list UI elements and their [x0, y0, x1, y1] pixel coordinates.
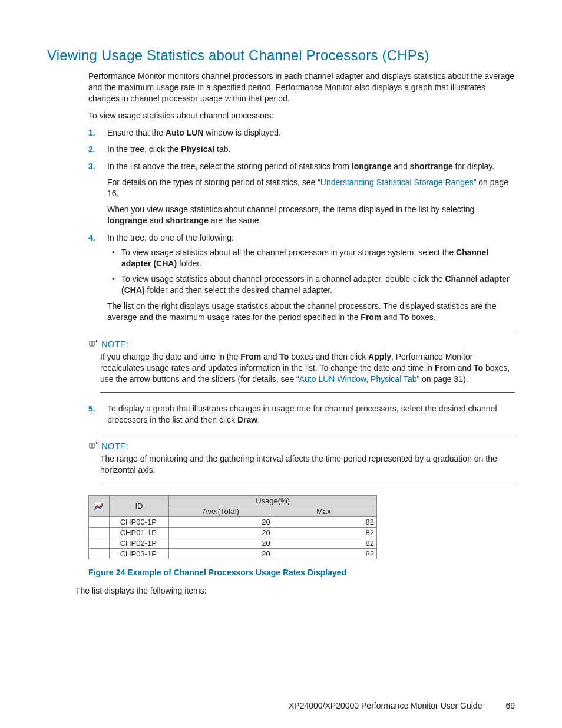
bold-term: To	[474, 363, 483, 373]
bold-term: shortrange	[410, 162, 453, 171]
step-text: In the tree, click the	[107, 144, 181, 154]
step-text: The list on the right displays usage sta…	[107, 301, 496, 322]
step-number: 3.	[88, 161, 95, 172]
chart-icon-cell	[89, 496, 110, 517]
note-text: boxes and then click	[289, 352, 368, 361]
step-text: for display.	[453, 162, 495, 171]
bold-term: To	[279, 352, 289, 361]
step-text: .	[257, 415, 260, 424]
step-3: 3. In the list above the tree, select th…	[88, 161, 515, 226]
bold-term: From	[435, 363, 455, 373]
intro-paragraph-1: Performance Monitor monitors channel pro…	[88, 71, 515, 104]
bold-term: Auto LUN	[166, 128, 204, 137]
xref-link[interactable]: Understanding Statistical Storage Ranges	[320, 177, 474, 187]
figure-caption: Figure 24 Example of Channel Processors …	[88, 568, 515, 577]
step-number: 2.	[88, 144, 95, 155]
cell-id: CHP02-1P	[109, 538, 168, 549]
cell-ave: 20	[169, 528, 273, 538]
col-header-usage: Usage(%)	[169, 496, 377, 506]
bold-term: To	[400, 312, 409, 322]
footer-title: XP24000/XP20000 Performance Monitor User…	[289, 701, 482, 710]
col-header-id: ID	[109, 496, 168, 517]
note-text: If you change the date and time in the	[100, 352, 240, 361]
note-icon	[88, 442, 98, 450]
step-text: are the same.	[209, 216, 262, 225]
step-text: To display a graph that illustrates chan…	[107, 404, 497, 424]
step-text: For details on the types of storing peri…	[107, 177, 320, 187]
paragraph: The list displays the following items:	[75, 585, 515, 597]
step-text: and	[391, 162, 409, 171]
step-text: boxes.	[409, 312, 436, 322]
cell-max: 82	[273, 517, 376, 528]
bullet-item: To view usage statistics about all the c…	[107, 247, 515, 269]
xref-link[interactable]: Auto LUN Window, Physical Tab	[299, 374, 417, 384]
step-text: and	[147, 216, 166, 225]
cell-id: CHP03-1P	[109, 549, 168, 559]
step-text: window is displayed.	[203, 128, 281, 137]
section-heading: Viewing Usage Statistics about Channel P…	[47, 47, 515, 64]
step-text: Ensure that the	[107, 128, 166, 137]
table-row: CHP00-1P 20 82	[89, 517, 377, 528]
cell-max: 82	[273, 528, 376, 538]
page-footer: XP24000/XP20000 Performance Monitor User…	[289, 701, 515, 710]
usage-table: ID Usage(%) Ave.(Total) Max. CHP00-1P 20…	[88, 495, 377, 559]
step-text: When you view usage statistics about cha…	[107, 205, 474, 214]
step-number: 4.	[88, 232, 95, 243]
cell-ave: 20	[169, 517, 273, 528]
table-row: CHP02-1P 20 82	[89, 538, 377, 549]
note-label: NOTE:	[101, 339, 128, 349]
bold-term: From	[240, 352, 261, 361]
step-5: 5. To display a graph that illustrates c…	[88, 403, 515, 426]
col-header-ave: Ave.(Total)	[169, 506, 273, 517]
cell-id: CHP00-1P	[109, 517, 168, 528]
note-text: and	[261, 352, 279, 361]
bullet-item: To view usage statistics about channel p…	[107, 274, 515, 296]
col-header-max: Max.	[273, 506, 376, 517]
note-label: NOTE:	[101, 441, 128, 451]
step-text: and	[381, 312, 399, 322]
page-number: 69	[491, 701, 515, 710]
cell-id: CHP01-1P	[109, 528, 168, 538]
note-icon	[88, 340, 98, 348]
step-number: 1.	[88, 127, 95, 139]
step-text: tab.	[214, 144, 230, 154]
cell-max: 82	[273, 549, 376, 559]
note-text: and	[455, 363, 474, 373]
step-text: To view usage statistics about channel p…	[121, 274, 445, 284]
bold-term: Physical	[181, 144, 214, 154]
note-text: ” on page 31).	[416, 374, 468, 384]
intro-paragraph-2: To view usage statistics about channel p…	[88, 110, 515, 121]
table-row: CHP03-1P 20 82	[89, 549, 377, 559]
step-text: In the tree, do one of the following:	[107, 232, 515, 243]
bold-term: Draw	[237, 415, 257, 424]
step-text: To view usage statistics about all the c…	[121, 248, 456, 257]
step-text: folder and then select the desired chann…	[145, 285, 332, 295]
note-text: The range of monitoring and the gatherin…	[100, 453, 515, 476]
cell-ave: 20	[169, 538, 273, 549]
table-row: CHP01-1P 20 82	[89, 528, 377, 538]
bold-term: longrange	[352, 162, 392, 171]
cell-ave: 20	[169, 549, 273, 559]
bold-term: shortrange	[166, 216, 209, 225]
chart-icon	[94, 502, 104, 511]
step-1: 1. Ensure that the Auto LUN window is di…	[88, 127, 515, 139]
note-block: NOTE: If you change the date and time in…	[88, 334, 515, 393]
bold-term: From	[361, 312, 381, 322]
step-number: 5.	[88, 403, 95, 414]
step-text: folder.	[177, 259, 201, 268]
bold-term: Apply	[368, 352, 391, 361]
step-2: 2. In the tree, click the Physical tab.	[88, 144, 515, 155]
bold-term: longrange	[107, 216, 147, 225]
step-4: 4. In the tree, do one of the following:…	[88, 232, 515, 323]
note-block: NOTE: The range of monitoring and the ga…	[88, 436, 515, 483]
cell-max: 82	[273, 538, 376, 549]
step-text: In the list above the tree, select the s…	[107, 162, 352, 171]
